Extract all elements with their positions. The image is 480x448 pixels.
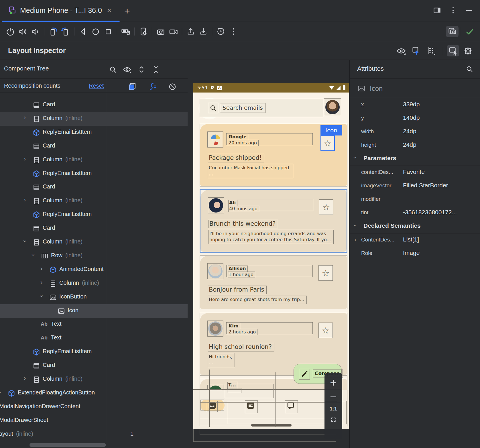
tree-row-row[interactable]: ›Row(inline) bbox=[0, 249, 188, 263]
visibility-button[interactable] bbox=[395, 45, 408, 56]
tree-row-animatedcontent[interactable]: ›AnimatedContent bbox=[0, 263, 188, 277]
minimize-icon[interactable] bbox=[463, 5, 475, 16]
tree-row-column[interactable]: ›Column(inline) bbox=[0, 194, 188, 208]
tree-row-card[interactable]: Card bbox=[0, 180, 188, 194]
chevron-right-icon[interactable]: › bbox=[40, 265, 42, 272]
device-settings-button[interactable] bbox=[137, 26, 149, 37]
chevron-down-icon[interactable]: › bbox=[21, 240, 29, 242]
horizontal-scrollbar[interactable] bbox=[29, 443, 106, 447]
more-vertical-icon[interactable] bbox=[447, 5, 459, 16]
attribute-row-x[interactable]: x339dp bbox=[350, 98, 480, 112]
reset-link[interactable]: Reset bbox=[89, 82, 104, 89]
keyboard-mouse-button[interactable] bbox=[119, 26, 132, 37]
zoom-in-button[interactable]: + bbox=[330, 377, 337, 388]
tree-row-modaldrawersheet[interactable]: ModalDrawerSheet bbox=[0, 414, 188, 428]
import-inspection-button[interactable] bbox=[410, 45, 422, 56]
tree-row-text[interactable]: AbText bbox=[0, 331, 188, 345]
tree-row-card[interactable]: Card bbox=[0, 222, 188, 235]
tree-row-column[interactable]: ›Column(inline) bbox=[0, 112, 188, 126]
tree-row-column[interactable]: ›Column(inline) bbox=[0, 373, 188, 386]
tree-row-replyemaillistitem[interactable]: ReplyEmailListItem bbox=[0, 126, 188, 139]
tree-row-column[interactable]: ›Column(inline) bbox=[0, 235, 188, 249]
add-tab-button[interactable]: + bbox=[121, 5, 133, 17]
chevron-right-icon[interactable]: › bbox=[0, 388, 1, 396]
zoom-ratio-button[interactable]: 1:1 bbox=[330, 406, 337, 412]
visibility-button[interactable] bbox=[121, 64, 133, 75]
profile-avatar[interactable] bbox=[324, 98, 341, 116]
chevron-right-icon[interactable]: › bbox=[24, 155, 26, 163]
search-button[interactable] bbox=[107, 64, 119, 75]
favorite-star-icon[interactable]: ☆ bbox=[320, 135, 335, 151]
no-recomposition-button[interactable] bbox=[166, 81, 179, 92]
home-button[interactable] bbox=[89, 26, 102, 37]
chevron-down-icon[interactable]: › bbox=[29, 254, 37, 256]
zoom-out-button[interactable] bbox=[331, 396, 336, 397]
rotate-right-button[interactable] bbox=[59, 26, 72, 37]
tab-close-icon[interactable]: × bbox=[107, 6, 111, 15]
video-button[interactable] bbox=[167, 26, 180, 37]
overview-button[interactable] bbox=[102, 26, 115, 37]
search-icon[interactable] bbox=[465, 64, 474, 73]
reset-button[interactable] bbox=[215, 26, 227, 37]
chevron-right-icon[interactable]: › bbox=[24, 196, 26, 204]
favorite-star-icon[interactable]: ☆ bbox=[318, 323, 333, 338]
chevron-right-icon[interactable]: › bbox=[24, 375, 26, 382]
attribute-row-tint[interactable]: tint-35618236800172... bbox=[350, 206, 480, 220]
pick-element-button[interactable] bbox=[447, 45, 459, 56]
tree-row-card[interactable]: Card bbox=[0, 359, 188, 373]
attribute-row-width[interactable]: width24dp bbox=[350, 125, 480, 139]
recomposition-highlight-button[interactable] bbox=[146, 81, 159, 92]
upload-button[interactable] bbox=[184, 26, 197, 37]
attribute-row-contentDes[interactable]: contentDes...Favorite bbox=[350, 166, 480, 179]
attribute-row-height[interactable]: height24dp bbox=[350, 139, 480, 152]
tree-row-icon[interactable]: Icon bbox=[0, 304, 188, 318]
attribute-row-imageVector[interactable]: imageVectorFilled.StarBorder bbox=[350, 179, 480, 193]
tree-row-card[interactable]: Card bbox=[0, 98, 188, 112]
more-vertical-button[interactable] bbox=[227, 26, 240, 37]
attribute-row-Role[interactable]: RoleImage bbox=[350, 247, 480, 260]
email-card-google[interactable]: Google20 mins agoIcon☆Package shipped!Cu… bbox=[200, 124, 347, 186]
email-card-allison[interactable]: Allison1 hour ago☆Bonjour from ParisHere… bbox=[200, 256, 347, 309]
window-layout-icon[interactable] bbox=[431, 5, 443, 16]
tree-row-card[interactable]: Card bbox=[0, 139, 188, 153]
tree-view-button[interactable] bbox=[425, 45, 437, 56]
copy-stack-button[interactable] bbox=[126, 81, 139, 92]
chevron-right-icon[interactable]: › bbox=[40, 279, 42, 286]
attributes-section-parameters[interactable]: ›Parameters bbox=[350, 152, 480, 166]
volume-down-button[interactable] bbox=[29, 26, 42, 37]
expand-all-button[interactable] bbox=[135, 64, 148, 75]
email-card-ali[interactable]: Ali40 mins ago☆Brunch this weekend?I'll … bbox=[200, 189, 347, 253]
attribute-row-ContentDes[interactable]: ›ContentDes...List[1] bbox=[350, 233, 480, 247]
tree-row-ayout[interactable]: ayout(inline)1 bbox=[0, 428, 188, 441]
collapse-all-button[interactable] bbox=[149, 64, 162, 75]
tree-row-column[interactable]: ›Column(inline) bbox=[0, 277, 188, 290]
tree-row-extendedfloatingactionbutton[interactable]: ›ExtendedFloatingActionButton bbox=[0, 386, 188, 400]
tree-row-replyemaillistitem[interactable]: ReplyEmailListItem bbox=[0, 345, 188, 359]
tree-row-modalnavigationdrawercontent[interactable]: ModalNavigationDrawerContent bbox=[0, 400, 188, 414]
attributes-section-declared-semantics[interactable]: ›Declared Semantics bbox=[350, 220, 480, 233]
tree-row-column[interactable]: ›Column(inline) bbox=[0, 153, 188, 167]
rotate-left-button[interactable] bbox=[47, 26, 59, 37]
tree-row-replyemaillistitem[interactable]: ReplyEmailListItem bbox=[0, 208, 188, 222]
volume-up-button[interactable] bbox=[17, 26, 29, 37]
chevron-right-icon[interactable]: › bbox=[354, 236, 356, 243]
download-button[interactable] bbox=[197, 26, 210, 37]
settings-button[interactable] bbox=[462, 45, 474, 56]
tree-row-replyemaillistitem[interactable]: ReplyEmailListItem bbox=[0, 167, 188, 181]
back-button[interactable] bbox=[77, 26, 89, 37]
attribute-row-modifier[interactable]: modifier bbox=[350, 193, 480, 206]
chevron-right-icon[interactable]: › bbox=[24, 114, 26, 121]
chevron-down-icon[interactable]: › bbox=[352, 157, 359, 159]
check-button[interactable] bbox=[463, 26, 476, 37]
tab-running-devices[interactable]: Medium Phone - T...I 36.0 × bbox=[2, 0, 115, 21]
favorite-star-icon[interactable]: ☆ bbox=[318, 265, 333, 281]
tree-row-text[interactable]: AbText bbox=[0, 318, 188, 331]
search-bar[interactable]: Search emails bbox=[200, 99, 323, 117]
power-button[interactable] bbox=[4, 26, 17, 37]
camera-button[interactable] bbox=[154, 26, 167, 37]
favorite-star-icon[interactable]: ☆ bbox=[319, 199, 333, 215]
zoom-fit-icon[interactable] bbox=[330, 416, 337, 423]
tree-row-iconbutton[interactable]: ›IconButton bbox=[0, 290, 188, 304]
inspect-button[interactable] bbox=[446, 26, 459, 37]
chevron-down-icon[interactable]: › bbox=[38, 295, 45, 297]
